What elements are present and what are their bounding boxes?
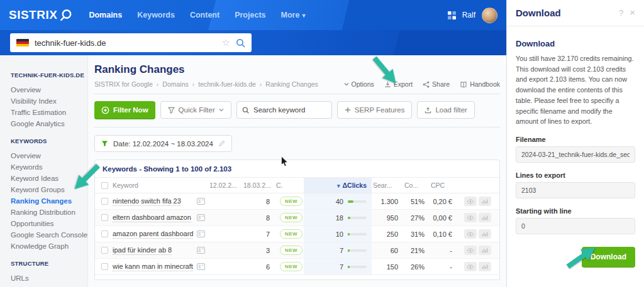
breadcrumb-domain[interactable]: technik-fuer-kids.de <box>198 80 262 88</box>
table-row[interactable]: ipad für kinder ab 8 3 NEW 7 60 21% - <box>95 242 499 259</box>
filter-now-button[interactable]: Filter Now <box>94 101 155 119</box>
apps-grid-icon[interactable] <box>448 11 456 19</box>
delta-clicks-cell: 7 <box>304 242 372 258</box>
user-name[interactable]: Ralf <box>462 11 475 19</box>
close-icon[interactable]: × <box>630 8 635 18</box>
keyword-search-field[interactable] <box>236 101 332 119</box>
row-checkbox[interactable] <box>101 214 108 221</box>
mouse-cursor <box>280 156 289 168</box>
sidebar-item-overview[interactable]: Overview <box>11 84 87 95</box>
col-date-to[interactable]: 18.03.2... <box>242 181 275 189</box>
chart-icon[interactable] <box>479 197 491 206</box>
keyword-search-input[interactable] <box>253 106 326 114</box>
chart-icon[interactable] <box>479 246 491 255</box>
sidebar-section-domain: TECHNIK-FUER-KIDS.DE <box>11 72 87 79</box>
starting-line-input[interactable] <box>516 218 635 234</box>
sidebar-section-keywords: KEYWORDS <box>11 138 87 144</box>
col-keyword[interactable]: Keyword <box>111 181 192 189</box>
row-checkbox[interactable] <box>101 230 108 237</box>
nav-domains[interactable]: Domains <box>89 11 122 19</box>
sidebar-item-traffic-estimation[interactable]: Traffic Estimation <box>11 107 87 118</box>
download-description: You still have 32.170 credits remaining.… <box>516 53 635 127</box>
table-row[interactable]: amazon parent dashboard 7 NEW 10 250 31%… <box>95 226 499 242</box>
user-avatar[interactable] <box>482 8 497 23</box>
sistrix-logo[interactable]: SISTRIX <box>9 8 72 22</box>
favorite-star-icon[interactable] <box>222 37 230 48</box>
col-date-from[interactable]: 12.02.2... <box>208 181 242 189</box>
keyword-link[interactable]: nintendo switch fifa 23 <box>113 197 181 206</box>
sidebar-item-opportunities[interactable]: Opportunities <box>11 218 87 229</box>
sidebar-item-url-changes[interactable]: URL Changes <box>11 284 87 287</box>
sidebar-item-ranking-changes[interactable]: Ranking Changes <box>11 195 87 207</box>
eye-icon[interactable] <box>464 262 477 271</box>
load-filter-button[interactable]: Load filter <box>417 101 475 119</box>
nav-projects[interactable]: Projects <box>235 11 265 19</box>
competition: 27% <box>403 214 430 222</box>
table-title: Keywords - Showing 1 to 100 of 2.103 <box>95 160 499 177</box>
keyword-link[interactable]: wie kann man in minecraft <box>113 263 193 271</box>
new-badge: NEW <box>280 213 303 222</box>
keyword-link[interactable]: amazon parent dashboard <box>113 230 193 239</box>
main-content: Ranking Changes SISTRIX for Google Domai… <box>88 55 506 287</box>
lines-to-export-input[interactable] <box>516 182 635 198</box>
cpc: - <box>430 263 457 271</box>
share-button[interactable]: Share <box>423 80 450 88</box>
breadcrumb-root[interactable]: SISTRIX for Google <box>94 80 158 88</box>
handbook-button[interactable]: Handbook <box>460 80 500 88</box>
col-cpc[interactable]: CPC <box>430 181 457 189</box>
eye-icon[interactable] <box>464 197 477 206</box>
domain-search-input[interactable] <box>35 38 216 48</box>
domain-search-bar[interactable] <box>10 33 252 52</box>
sidebar-item-google-search-console[interactable]: Google Search Console <box>11 229 87 241</box>
select-all-checkbox[interactable] <box>101 182 108 189</box>
quick-filter-button[interactable]: Quick Filter <box>160 101 231 119</box>
col-delta-clicks[interactable]: ΔClicks <box>304 178 372 193</box>
breadcrumb-current: Ranking Changes <box>265 80 318 88</box>
col-change[interactable]: C. <box>275 181 304 189</box>
date-filter-chip[interactable]: Date: 12.02.2024 ~ 18.03.2024 <box>94 135 232 152</box>
col-competition[interactable]: Co... <box>403 181 430 189</box>
options-button[interactable]: Options <box>344 80 374 88</box>
delta-clicks-bar <box>348 233 367 236</box>
breadcrumb-domains[interactable]: Domains <box>162 80 194 88</box>
nav-keywords[interactable]: Keywords <box>137 11 175 19</box>
col-search-volume[interactable]: Sear... <box>372 181 403 189</box>
row-checkbox[interactable] <box>101 263 108 270</box>
delta-clicks-cell: 40 <box>304 193 372 209</box>
chart-icon[interactable] <box>479 262 491 271</box>
table-row[interactable]: eltern dashboard amazon 8 NEW 18 950 27%… <box>95 210 499 226</box>
keyword-link[interactable]: ipad für kinder ab 8 <box>113 246 172 255</box>
row-checkbox[interactable] <box>101 247 108 254</box>
sidebar-item-google-analytics[interactable]: Google Analytics <box>11 118 87 129</box>
serp-features-icon[interactable] <box>197 230 205 237</box>
serp-features-icon[interactable] <box>197 247 205 254</box>
share-icon <box>423 81 430 88</box>
eye-icon[interactable] <box>464 213 477 222</box>
serp-features-icon[interactable] <box>197 263 205 270</box>
sidebar-item-knowledge-graph[interactable]: Knowledge Graph <box>11 241 87 252</box>
edit-pencil-icon[interactable] <box>218 140 225 147</box>
sidebar-item-visibility-index[interactable]: Visibility Index <box>11 95 87 107</box>
help-icon[interactable]: ? <box>619 8 623 18</box>
sidebar-item-kw-overview[interactable]: Overview <box>11 150 87 161</box>
serp-features-button[interactable]: SERP Features <box>337 101 413 119</box>
filename-input[interactable] <box>516 146 635 163</box>
search-icon[interactable] <box>236 38 245 48</box>
keyword-link[interactable]: eltern dashboard amazon <box>113 214 191 222</box>
nav-more[interactable]: More <box>281 11 306 19</box>
sidebar-item-ranking-distribution[interactable]: Ranking Distribution <box>11 207 87 218</box>
sidebar-item-keywords[interactable]: Keywords <box>11 161 87 173</box>
eye-icon[interactable] <box>464 229 477 239</box>
serp-features-icon[interactable] <box>197 214 205 221</box>
chart-icon[interactable] <box>479 229 491 239</box>
nav-content[interactable]: Content <box>190 11 219 19</box>
eye-icon[interactable] <box>464 246 477 255</box>
table-row[interactable]: wie kann man in minecraft 6 NEW 7 150 26… <box>95 259 499 275</box>
row-checkbox[interactable] <box>101 198 108 205</box>
chart-icon[interactable] <box>479 213 491 222</box>
country-flag-de-icon[interactable] <box>16 39 29 46</box>
table-row[interactable]: nintendo switch fifa 23 8 NEW 40 1.300 5… <box>95 193 499 210</box>
position-new: 8 <box>242 214 275 222</box>
sidebar-item-urls[interactable]: URLs <box>11 273 87 284</box>
serp-features-icon[interactable] <box>197 198 205 205</box>
